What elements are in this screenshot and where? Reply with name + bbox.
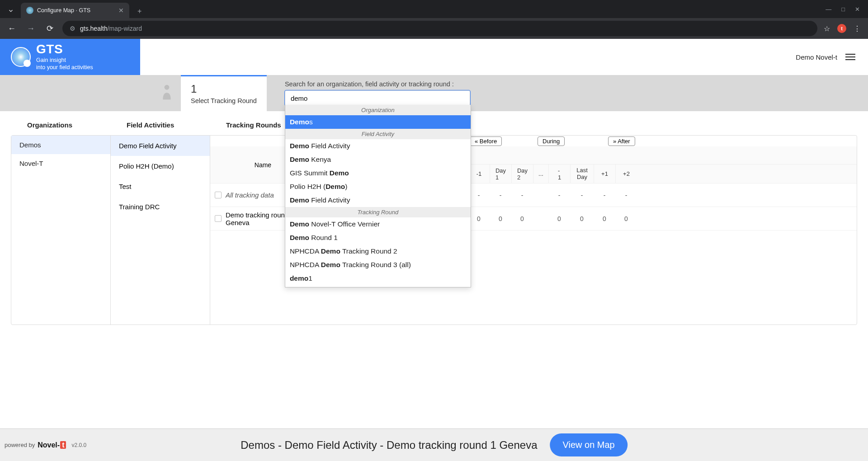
field-activity-item[interactable]: Polio H2H (Demo) [111, 156, 210, 176]
step-label: Select Tracking Round [191, 97, 257, 104]
day-header: Day1 [490, 165, 511, 183]
organization-item[interactable]: Novel-T [11, 154, 110, 173]
organization-item[interactable]: Demos [11, 136, 110, 154]
maximize-icon[interactable]: □ [841, 6, 845, 13]
day-header: +1 [594, 165, 615, 183]
menu-icon[interactable] [845, 54, 855, 60]
tracking-cell: - [468, 192, 490, 199]
dropdown-item[interactable]: demo1 [285, 272, 471, 285]
wizard-step-1[interactable]: 1 Select Tracking Round [181, 75, 267, 111]
search-input[interactable] [285, 90, 470, 106]
new-tab-button[interactable]: + [133, 5, 146, 18]
dropdown-item[interactable]: Demo Novel-T Office Vernier [285, 217, 471, 231]
close-window-icon[interactable]: ✕ [855, 6, 860, 13]
close-icon[interactable]: ✕ [118, 7, 124, 14]
version-label: v2.0.0 [71, 442, 86, 448]
checkbox[interactable] [215, 192, 222, 198]
tracking-cell: - [548, 192, 570, 199]
during-pill[interactable]: During [538, 136, 565, 146]
view-on-map-button[interactable]: View on Map [550, 433, 627, 456]
tracking-cell: 0 [548, 215, 570, 222]
tracking-cell: - [570, 192, 594, 199]
dropdown-section-organization: Organization [285, 105, 471, 115]
tracking-cell: - [490, 192, 511, 199]
day-header: -1 [468, 165, 490, 183]
dropdown-item[interactable]: GIS Summit Demo [285, 166, 471, 180]
day-header: LastDay [570, 165, 594, 183]
url-path: /map-wizard [108, 25, 142, 32]
checkbox[interactable] [215, 215, 222, 222]
logo-icon [11, 47, 31, 67]
tracking-cell: 0 [490, 215, 511, 222]
dropdown-item[interactable]: NPHCDA Demo Tracking Round 3 (all) [285, 258, 471, 272]
address-bar: ← → ⟳ ⚙ gts.health/map-wizard ☆ t ⋮ [0, 18, 868, 39]
tab-bar: Configure Map · GTS ✕ + — □ ✕ [0, 0, 868, 18]
tracking-cell: 0 [594, 215, 615, 222]
url-input[interactable]: ⚙ gts.health/map-wizard [62, 21, 817, 36]
search-label: Search for an organization, field activi… [285, 80, 470, 88]
tab-search-button[interactable] [4, 4, 18, 18]
logo-block[interactable]: GTS Gain insightinto your field activiti… [0, 39, 140, 75]
tab-favicon [26, 7, 33, 14]
autocomplete-dropdown: Organization Demos Field Activity Demo F… [285, 105, 471, 287]
dropdown-item[interactable]: Demo Field Activity [285, 193, 471, 207]
dropdown-item[interactable]: Demo Kenya [285, 153, 471, 166]
app-header: GTS Gain insightinto your field activiti… [0, 39, 868, 75]
field-activity-item[interactable]: Demo Field Activity [111, 136, 210, 156]
minimize-icon[interactable]: — [826, 6, 831, 13]
day-header: +2 [615, 165, 637, 183]
window-controls: — □ ✕ [817, 0, 868, 18]
tab-title: Configure Map · GTS [37, 7, 90, 14]
field-activities-list: Demo Field ActivityPolio H2H (Demo)TestT… [111, 136, 210, 325]
forward-button[interactable]: → [24, 24, 37, 33]
site-settings-icon[interactable]: ⚙ [70, 25, 75, 32]
field-activity-item[interactable]: Training DRC [111, 197, 210, 217]
svg-point-0 [165, 85, 170, 89]
dropdown-item[interactable]: Demo Round 1 [285, 231, 471, 245]
extension-icon[interactable]: t [837, 24, 846, 33]
logo-tagline: Gain insightinto your field activities [36, 56, 93, 71]
novel-t-logo[interactable]: Novel-t [38, 441, 66, 449]
tracking-cell: 0 [570, 215, 594, 222]
person-icon [161, 84, 173, 103]
tracking-cell: 0 [615, 215, 637, 222]
dropdown-section-field-activity: Field Activity [285, 129, 471, 139]
tracking-cell: - [615, 192, 637, 199]
tracking-cell: - [511, 192, 533, 199]
step-number: 1 [191, 84, 257, 94]
reload-button[interactable]: ⟳ [43, 24, 56, 33]
footer: powered by Novel-t v2.0.0 Demos - Demo F… [0, 428, 868, 461]
browser-chrome: Configure Map · GTS ✕ + — □ ✕ ← → ⟳ ⚙ gt… [0, 0, 868, 39]
tracking-cell: 0 [511, 215, 533, 222]
field-activities-header: Field Activities [127, 121, 226, 129]
name-column-header: Name [255, 161, 271, 169]
logo-name: GTS [36, 43, 93, 56]
day-header: ... [533, 165, 548, 183]
dropdown-item[interactable]: Polio H2H (Demo) [285, 180, 471, 193]
dropdown-item[interactable]: Demos [285, 115, 471, 129]
tracking-cell: 0 [468, 215, 490, 222]
search-area: Search for an organization, field activi… [267, 75, 488, 111]
footer-breadcrumb: Demos - Demo Field Activity - Demo track… [241, 439, 537, 452]
day-header: Day2 [511, 165, 533, 183]
bookmark-icon[interactable]: ☆ [824, 24, 830, 33]
organizations-list: DemosNovel-T [11, 136, 111, 325]
wizard-bar: 1 Select Tracking Round Search for an or… [0, 75, 868, 111]
powered-by-label: powered by [5, 442, 35, 448]
dropdown-section-tracking-round: Tracking Round [285, 207, 471, 217]
after-pill[interactable]: » After [608, 136, 635, 146]
day-header: -1 [548, 165, 570, 183]
browser-tab[interactable]: Configure Map · GTS ✕ [21, 3, 129, 18]
dropdown-item[interactable]: NPHCDA Demo Tracking Round 2 [285, 245, 471, 258]
back-button[interactable]: ← [5, 24, 18, 33]
before-pill[interactable]: « Before [470, 136, 502, 146]
url-domain: gts.health [80, 25, 108, 32]
browser-menu-icon[interactable]: ⋮ [854, 24, 861, 33]
organizations-header: Organizations [27, 121, 127, 129]
field-activity-item[interactable]: Test [111, 176, 210, 197]
tracking-cell: - [594, 192, 615, 199]
dropdown-item[interactable]: Demo Field Activity [285, 139, 471, 153]
user-name[interactable]: Demo Novel-t [796, 53, 837, 61]
